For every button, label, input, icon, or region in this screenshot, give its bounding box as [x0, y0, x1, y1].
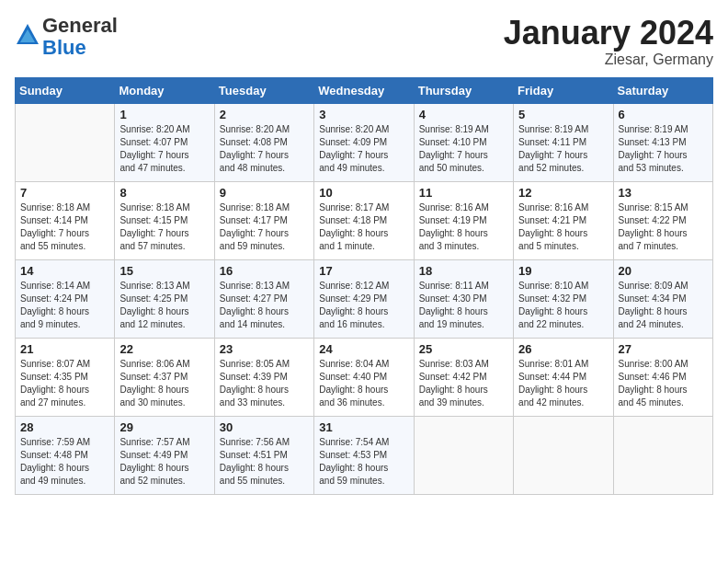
- calendar-cell: 17Sunrise: 8:12 AM Sunset: 4:29 PM Dayli…: [314, 259, 414, 338]
- calendar-cell: 23Sunrise: 8:05 AM Sunset: 4:39 PM Dayli…: [214, 338, 313, 416]
- calendar-cell: 20Sunrise: 8:09 AM Sunset: 4:34 PM Dayli…: [613, 259, 712, 338]
- calendar-cell: 26Sunrise: 8:01 AM Sunset: 4:44 PM Dayli…: [514, 338, 613, 416]
- day-info: Sunrise: 8:20 AM Sunset: 4:07 PM Dayligh…: [119, 123, 209, 175]
- day-number: 6: [619, 108, 708, 121]
- day-number: 12: [518, 186, 608, 200]
- day-info: Sunrise: 8:00 AM Sunset: 4:46 PM Dayligh…: [619, 358, 708, 409]
- day-info: Sunrise: 7:54 AM Sunset: 4:53 PM Dayligh…: [319, 436, 408, 488]
- day-info: Sunrise: 8:05 AM Sunset: 4:39 PM Dayligh…: [220, 358, 309, 409]
- day-info: Sunrise: 8:13 AM Sunset: 4:27 PM Dayligh…: [220, 280, 309, 331]
- title-block: January 2024 Ziesar, Germany: [504, 15, 713, 68]
- calendar-cell: 11Sunrise: 8:16 AM Sunset: 4:19 PM Dayli…: [414, 181, 513, 259]
- day-info: Sunrise: 8:18 AM Sunset: 4:15 PM Dayligh…: [119, 201, 209, 253]
- calendar-cell: [613, 416, 712, 494]
- day-info: Sunrise: 8:03 AM Sunset: 4:42 PM Dayligh…: [419, 358, 508, 409]
- day-number: 18: [419, 264, 508, 278]
- calendar-cell: 24Sunrise: 8:04 AM Sunset: 4:40 PM Dayli…: [314, 338, 414, 416]
- day-number: 25: [419, 342, 508, 356]
- day-info: Sunrise: 8:04 AM Sunset: 4:40 PM Dayligh…: [319, 358, 408, 409]
- day-info: Sunrise: 8:18 AM Sunset: 4:17 PM Dayligh…: [220, 201, 309, 253]
- day-info: Sunrise: 8:13 AM Sunset: 4:25 PM Dayligh…: [119, 280, 209, 331]
- day-number: 13: [619, 186, 708, 200]
- day-number: 14: [20, 264, 109, 278]
- day-number: 9: [220, 186, 309, 200]
- day-number: 23: [220, 342, 309, 356]
- day-info: Sunrise: 7:57 AM Sunset: 4:49 PM Dayligh…: [119, 436, 209, 488]
- header-day-thursday: Thursday: [414, 77, 513, 103]
- day-info: Sunrise: 8:19 AM Sunset: 4:13 PM Dayligh…: [619, 123, 708, 175]
- day-number: 3: [319, 108, 408, 121]
- week-row-1: 1Sunrise: 8:20 AM Sunset: 4:07 PM Daylig…: [16, 103, 713, 181]
- day-number: 8: [119, 186, 209, 200]
- calendar-cell: 21Sunrise: 8:07 AM Sunset: 4:35 PM Dayli…: [16, 338, 115, 416]
- week-row-3: 14Sunrise: 8:14 AM Sunset: 4:24 PM Dayli…: [16, 259, 713, 338]
- header-day-friday: Friday: [514, 77, 613, 103]
- calendar-cell: 6Sunrise: 8:19 AM Sunset: 4:13 PM Daylig…: [613, 103, 712, 181]
- calendar-cell: 15Sunrise: 8:13 AM Sunset: 4:25 PM Dayli…: [115, 259, 214, 338]
- day-info: Sunrise: 8:16 AM Sunset: 4:21 PM Dayligh…: [518, 201, 608, 253]
- day-info: Sunrise: 8:10 AM Sunset: 4:32 PM Dayligh…: [518, 280, 608, 331]
- calendar-cell: 25Sunrise: 8:03 AM Sunset: 4:42 PM Dayli…: [414, 338, 513, 416]
- day-info: Sunrise: 8:01 AM Sunset: 4:44 PM Dayligh…: [518, 358, 608, 409]
- calendar-cell: 13Sunrise: 8:15 AM Sunset: 4:22 PM Dayli…: [613, 181, 712, 259]
- calendar-body: 1Sunrise: 8:20 AM Sunset: 4:07 PM Daylig…: [16, 103, 713, 494]
- calendar-cell: [414, 416, 513, 494]
- header-day-tuesday: Tuesday: [214, 77, 313, 103]
- day-number: 4: [419, 108, 508, 121]
- logo-blue-text: Blue: [42, 36, 86, 59]
- calendar-table: SundayMondayTuesdayWednesdayThursdayFrid…: [15, 77, 713, 495]
- calendar-cell: 18Sunrise: 8:11 AM Sunset: 4:30 PM Dayli…: [414, 259, 513, 338]
- day-number: 24: [319, 342, 408, 356]
- day-info: Sunrise: 8:11 AM Sunset: 4:30 PM Dayligh…: [419, 280, 508, 331]
- day-info: Sunrise: 8:12 AM Sunset: 4:29 PM Dayligh…: [319, 280, 408, 331]
- calendar-cell: 22Sunrise: 8:06 AM Sunset: 4:37 PM Dayli…: [115, 338, 214, 416]
- day-info: Sunrise: 8:15 AM Sunset: 4:22 PM Dayligh…: [619, 201, 708, 253]
- header-day-saturday: Saturday: [613, 77, 712, 103]
- location-text: Ziesar, Germany: [504, 52, 713, 68]
- calendar-cell: 27Sunrise: 8:00 AM Sunset: 4:46 PM Dayli…: [613, 338, 712, 416]
- day-info: Sunrise: 8:06 AM Sunset: 4:37 PM Dayligh…: [119, 358, 209, 409]
- week-row-2: 7Sunrise: 8:18 AM Sunset: 4:14 PM Daylig…: [16, 181, 713, 259]
- day-info: Sunrise: 8:17 AM Sunset: 4:18 PM Dayligh…: [319, 201, 408, 253]
- header-day-monday: Monday: [115, 77, 214, 103]
- calendar-cell: 28Sunrise: 7:59 AM Sunset: 4:48 PM Dayli…: [16, 416, 115, 494]
- header-day-wednesday: Wednesday: [314, 77, 414, 103]
- page-header: General Blue January 2024 Ziesar, German…: [15, 15, 713, 68]
- calendar-cell: 29Sunrise: 7:57 AM Sunset: 4:49 PM Dayli…: [115, 416, 214, 494]
- calendar-cell: 31Sunrise: 7:54 AM Sunset: 4:53 PM Dayli…: [314, 416, 414, 494]
- day-number: 28: [20, 420, 109, 434]
- calendar-cell: 10Sunrise: 8:17 AM Sunset: 4:18 PM Dayli…: [314, 181, 414, 259]
- calendar-cell: [16, 103, 115, 181]
- calendar-cell: 30Sunrise: 7:56 AM Sunset: 4:51 PM Dayli…: [214, 416, 313, 494]
- day-number: 7: [20, 186, 109, 200]
- day-number: 21: [20, 342, 109, 356]
- day-info: Sunrise: 8:19 AM Sunset: 4:10 PM Dayligh…: [419, 123, 508, 175]
- week-row-5: 28Sunrise: 7:59 AM Sunset: 4:48 PM Dayli…: [16, 416, 713, 494]
- day-number: 16: [220, 264, 309, 278]
- day-number: 17: [319, 264, 408, 278]
- calendar-cell: 2Sunrise: 8:20 AM Sunset: 4:08 PM Daylig…: [214, 103, 313, 181]
- calendar-cell: 14Sunrise: 8:14 AM Sunset: 4:24 PM Dayli…: [16, 259, 115, 338]
- day-info: Sunrise: 8:07 AM Sunset: 4:35 PM Dayligh…: [20, 358, 109, 409]
- logo-general-text: General: [42, 14, 118, 37]
- calendar-cell: 8Sunrise: 8:18 AM Sunset: 4:15 PM Daylig…: [115, 181, 214, 259]
- day-number: 2: [220, 108, 309, 121]
- day-number: 11: [419, 186, 508, 200]
- logo-icon: [15, 22, 40, 48]
- day-number: 29: [119, 420, 209, 434]
- calendar-cell: 1Sunrise: 8:20 AM Sunset: 4:07 PM Daylig…: [115, 103, 214, 181]
- day-number: 20: [619, 264, 708, 278]
- calendar-cell: 9Sunrise: 8:18 AM Sunset: 4:17 PM Daylig…: [214, 181, 313, 259]
- calendar-cell: 16Sunrise: 8:13 AM Sunset: 4:27 PM Dayli…: [214, 259, 313, 338]
- day-number: 5: [518, 108, 608, 121]
- day-info: Sunrise: 8:18 AM Sunset: 4:14 PM Dayligh…: [20, 201, 109, 253]
- day-info: Sunrise: 7:59 AM Sunset: 4:48 PM Dayligh…: [20, 436, 109, 488]
- month-title: January 2024: [504, 15, 713, 52]
- day-info: Sunrise: 8:09 AM Sunset: 4:34 PM Dayligh…: [619, 280, 708, 331]
- calendar-cell: 3Sunrise: 8:20 AM Sunset: 4:09 PM Daylig…: [314, 103, 414, 181]
- logo: General Blue: [15, 15, 118, 59]
- calendar-cell: [514, 416, 613, 494]
- day-info: Sunrise: 8:19 AM Sunset: 4:11 PM Dayligh…: [518, 123, 608, 175]
- day-number: 27: [619, 342, 708, 356]
- header-row: SundayMondayTuesdayWednesdayThursdayFrid…: [16, 77, 713, 103]
